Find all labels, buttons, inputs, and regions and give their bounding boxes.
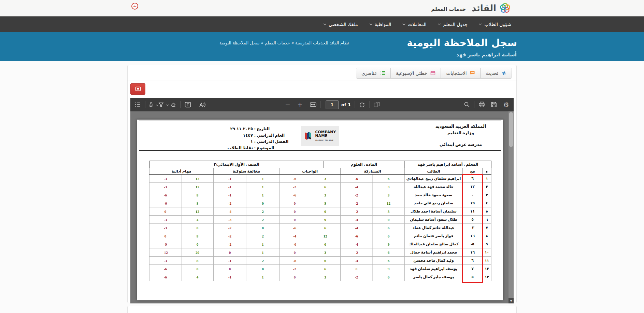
nav-item-label: ملفك الشخصي (329, 22, 358, 27)
read-aloud-icon[interactable] (198, 100, 207, 109)
table-row: ٨١٦فواز ياسر عثمان حاتم6-612-42-280 (149, 232, 491, 240)
company-name-line2: NAME (315, 134, 336, 138)
meta-value-semester: ١ (202, 138, 253, 145)
next-section-card (127, 306, 517, 313)
search-icon[interactable] (462, 100, 472, 109)
organize-pages-icon[interactable] (133, 100, 143, 109)
toolbar-divider (180, 101, 181, 108)
report-header: المملكة العربية السعودية وزارة التعليم م… (139, 121, 501, 151)
chevron-down-icon (403, 22, 405, 25)
chevron-down-icon (323, 22, 326, 25)
responses-button[interactable]: الاستجابات (441, 68, 480, 78)
toolbar-divider (320, 101, 320, 108)
presentation-button[interactable] (130, 83, 145, 95)
my-items-button[interactable]: عناصري (356, 68, 390, 78)
main-nav: شؤون الطلاب جدول المعلم المعاملات المواظ… (0, 16, 644, 32)
print-icon[interactable] (477, 100, 486, 109)
col-student: الطالب (405, 168, 463, 175)
breadcrumb[interactable]: نظام القائد للخدمات المدرسية » خدمات الم… (219, 40, 349, 45)
report-rows: ١٦ابراهيم سلمان ربيع عبدالهادي6-63-61-11… (149, 175, 491, 281)
nav-item-attendance[interactable]: المواظبة (370, 22, 391, 27)
screen-frame-icon (135, 86, 141, 91)
meta-value-subject: نقاط الطلاب (202, 145, 253, 151)
gov-line: وزارة التعليم (430, 130, 491, 136)
toolbar-divider (369, 101, 370, 108)
pdf-canvas: المملكة العربية السعودية وزارة التعليم م… (130, 111, 514, 303)
table-row: ٤١٩سلمان ربيع علي ماجد12-2900-28-6 (149, 199, 491, 207)
school-name: مدرسة عرض ابتدائي (430, 141, 491, 148)
nav-item-teacher-schedule[interactable]: جدول المعلم (439, 22, 468, 27)
rotate-icon[interactable] (357, 100, 367, 109)
teacher-cell: المعلم : أسامة ابراهيم ياسر فهد (404, 161, 491, 168)
highlighter-icon[interactable] (148, 100, 158, 109)
nav-item-student-affairs[interactable]: شؤون الطلاب (480, 22, 511, 27)
pdf-viewer: − + of 1 (130, 98, 514, 303)
company-tagline: SLOGAN | TAG LINE (315, 138, 336, 142)
brand[interactable]: القائد خدمات المعلم (431, 0, 511, 16)
table-row: ١١٦وليد كمال ماجد محسن6-46-82-18-3 (149, 257, 491, 265)
eraser-icon[interactable] (168, 100, 178, 109)
zoom-in-icon[interactable]: + (295, 100, 305, 109)
report-table-header-row1: المعلم : أسامة ابراهيم ياسر فهد المادة :… (149, 161, 491, 168)
actions-row: تحديث الاستجابات (128, 65, 516, 81)
pdf-toolbar-right: ⚙ (462, 100, 511, 109)
nav-item-label: شؤون الطلاب (484, 22, 511, 27)
list-icon (380, 71, 385, 75)
scrollbar-down-arrow[interactable]: ▼ (509, 298, 514, 303)
col-serial: ء (483, 168, 491, 175)
table-row: ٥١١سليمان أسامة احمد طلال3-2002-4120 (149, 207, 491, 216)
table-row: ٢١٢خالد محمد فهد عبدالله3-46-21-112-3 (149, 183, 491, 191)
chevron-down-icon (438, 22, 441, 25)
back-button[interactable]: ← (131, 3, 138, 10)
table-row: ١٠١٦محمد ابراهيم أسامة جمال6-2301020-12 (149, 248, 491, 257)
meta-label-year: العام الدراسي : (253, 132, 290, 139)
meta-label-semester: الفصل الدراسي : (253, 138, 290, 145)
pdf-scrollbar[interactable]: ▼ (509, 111, 514, 303)
text-box-icon[interactable] (183, 100, 192, 109)
toolbar-divider (145, 101, 145, 108)
class-cell: الصف : الأول الابتدائي/٢ (150, 161, 323, 168)
settings-gear-icon[interactable]: ⚙ (501, 100, 511, 109)
brand-subtitle: خدمات المعلم (431, 6, 466, 12)
calendar-icon (430, 70, 435, 76)
shape-annotate-icon[interactable] (158, 100, 168, 109)
actions-button-group: تحديث الاستجابات (356, 68, 512, 79)
nav-item-profile[interactable]: ملفك الشخصي (324, 22, 358, 27)
table-row: ٣٠سعود حمود خالد حمد3-23-61-18-6 (149, 191, 491, 199)
company-logo-icon (304, 131, 313, 141)
brand-logo-icon (499, 2, 511, 14)
fit-width-icon[interactable] (308, 100, 318, 109)
weekly-plan-label: خطتي الإسبوعية (396, 70, 427, 76)
refresh-label: تحديث (486, 70, 498, 76)
col-homework: الواجبات (279, 168, 340, 175)
chevron-down-icon (479, 22, 482, 25)
toolbar-divider (355, 101, 355, 108)
save-icon[interactable] (489, 100, 499, 109)
main-content: تحديث الاستجابات (0, 61, 644, 313)
refresh-button[interactable]: تحديث (480, 68, 512, 78)
gov-line: المملكة العربية السعودية (430, 123, 491, 130)
report-meta: التاريخ : ٢٠٢٥-١١-٢٩ العام الدراسي : ١٤٤… (202, 126, 290, 151)
facing-pages-icon[interactable] (372, 100, 382, 109)
table-row: ١٢٧يوسف ابراهيم سلمان فهد906-2000-6 (149, 265, 491, 273)
scrollbar-thumb[interactable] (509, 112, 513, 147)
table-row: ١٣٥يوسف جابر كمال ياسر6-2301-14-6 (149, 273, 491, 281)
page-header: سجل الملاحظة اليومية أسامة ابراهيم ياسر … (0, 32, 644, 61)
page-number-input[interactable] (326, 100, 339, 109)
table-row: ٩-٥كمال صالح سلمان عبدالملك9-46-61-20-9 (149, 240, 491, 248)
responses-label: الاستجابات (446, 70, 467, 76)
report-page: المملكة العربية السعودية وزارة التعليم م… (137, 120, 503, 300)
refresh-icon (501, 71, 506, 76)
tools-row (128, 81, 516, 97)
content-card: تحديث الاستجابات (127, 65, 517, 303)
toolbar-divider (195, 101, 195, 108)
company-name-line1: COMPANY (315, 130, 336, 134)
table-row: ١٦ابراهيم سلمان ربيع عبدالهادي6-63-61-11… (149, 175, 491, 183)
report-table-header-row2: ء مج الطالب المشاركة الواجبات مخالفة سلو… (149, 168, 491, 175)
meta-label-date: التاريخ : (253, 126, 290, 132)
nav-item-transactions[interactable]: المعاملات (403, 22, 426, 27)
my-items-label: عناصري (361, 70, 377, 76)
app-root: { "colors": { "hero_blue": "#1c78a3", "n… (0, 0, 644, 313)
weekly-plan-button[interactable]: خطتي الإسبوعية (390, 68, 441, 78)
zoom-out-icon[interactable]: − (283, 100, 292, 109)
